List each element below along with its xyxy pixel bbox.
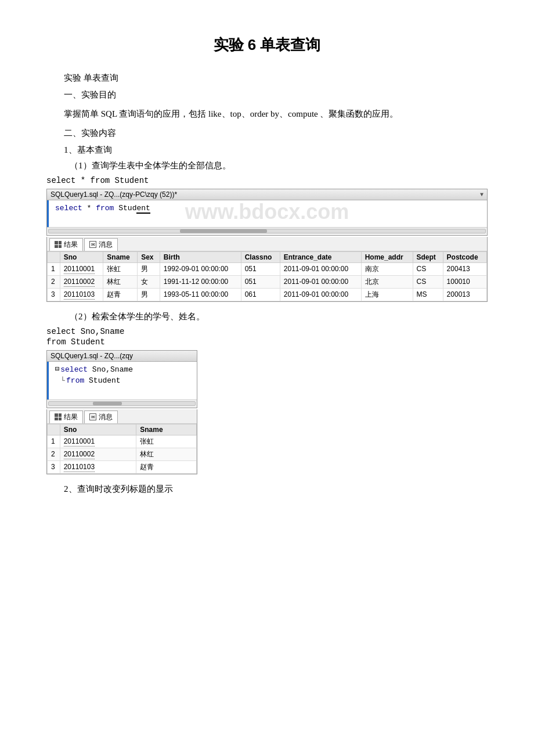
editor2-scrollbar[interactable] [47, 399, 197, 408]
table-row: 320110103赵青男1993-05-11 00:00:000612011-0… [48, 288, 487, 301]
editor1-content: select * from Student [49, 200, 487, 227]
data-table-2: Sno Sname 120110001张虹220110002林红32011010… [47, 424, 197, 474]
editor2-line2: ⊟ └ from Student [55, 375, 192, 387]
col-sname: Sname [103, 251, 138, 262]
blue-bar-2-icon [47, 362, 49, 399]
table-cell: 2 [48, 275, 60, 288]
table-cell: 2 [48, 448, 60, 460]
col-classno: Classno [241, 251, 280, 262]
table-cell: 1 [48, 262, 60, 275]
table-cell: 20110103 [60, 288, 103, 301]
editor2-line1: ⊟ select Sno,Sname [55, 364, 192, 376]
scrollbar-track[interactable] [48, 229, 486, 233]
table-cell: 男 [138, 262, 160, 275]
section3: 2、查询时改变列标题的显示 [64, 484, 488, 495]
sql-editor-2: SQLQuery1.sql - ZQ...(zqy ⊟ select Sno,S… [46, 350, 488, 474]
table-cell: 051 [241, 275, 280, 288]
table-cell: 2011-09-01 00:00:00 [280, 262, 361, 275]
editor1-title: SQLQuery1.sql - ZQ...(zqy-PC\zqy (52))* [50, 190, 177, 199]
grid-icon [55, 241, 62, 248]
tab-messages-label-1: 消息 [99, 240, 113, 250]
col-birth: Birth [160, 251, 241, 262]
tab-results-1[interactable]: 结果 [49, 238, 83, 251]
scrollbar-track-2[interactable] [48, 401, 196, 406]
table-cell: 051 [241, 262, 280, 275]
table2-header: Sno Sname [48, 424, 197, 435]
col-rownum [48, 251, 60, 262]
table-cell: 女 [138, 275, 160, 288]
tab-messages-2[interactable]: ✉ 消息 [84, 411, 118, 423]
table-row: 220110002林红女1991-11-12 00:00:000512011-0… [48, 275, 487, 288]
table-cell: 1993-05-11 00:00:00 [160, 288, 241, 301]
table-cell: 061 [241, 288, 280, 301]
editor1-titlebar: SQLQuery1.sql - ZQ...(zqy-PC\zqy (52))* … [47, 189, 487, 200]
tab-messages-label-2: 消息 [99, 412, 113, 422]
msg-icon-2: ✉ [89, 413, 96, 420]
table-cell: 林红 [136, 448, 197, 460]
table-cell: 张虹 [103, 262, 138, 275]
table-header-row: Sno Sname Sex Birth Classno Entrance_dat… [48, 251, 487, 262]
results-area-2: 结果 ✉ 消息 Sno Sname 120110001张虹220110002林红… [46, 409, 197, 474]
table-cell: 1992-09-01 00:00:00 [160, 262, 241, 275]
results-tabs-1: 结果 ✉ 消息 [47, 237, 487, 251]
editor2-title: SQLQuery1.sql - ZQ...(zqy [50, 352, 133, 360]
section1-body: 掌握简单 SQL 查询语句的应用，包括 like、top、order by、co… [46, 106, 488, 122]
data-table-1: Sno Sname Sex Birth Classno Entrance_dat… [47, 251, 487, 301]
results-tabs-2: 结果 ✉ 消息 [47, 409, 197, 424]
tab-results-2[interactable]: 结果 [49, 411, 83, 423]
col-postcode: Postcode [443, 251, 486, 262]
table-row: 320110103赵青 [48, 460, 197, 473]
subtitle: 实验 单表查询 [64, 73, 488, 84]
tab-messages-1[interactable]: ✉ 消息 [84, 238, 118, 251]
col-sdept: Sdept [413, 251, 443, 262]
table2-header-row: Sno Sname [48, 424, 197, 435]
page-title: 实验 6 单表查询 [46, 35, 488, 55]
results-area-1: 结果 ✉ 消息 Sno Sname Sex Birth Classno Entr… [46, 237, 488, 302]
table-cell: 1 [48, 435, 60, 448]
table-cell: 张虹 [136, 435, 197, 448]
table-cell: 20110001 [60, 262, 103, 275]
table1-header: Sno Sname Sex Birth Classno Entrance_dat… [48, 251, 487, 262]
section2-sub: 1、基本查询 [64, 145, 488, 156]
editor1-arrow-icon: ▼ [480, 192, 484, 198]
table-cell: 20110002 [60, 275, 103, 288]
sql-editor-2-box: SQLQuery1.sql - ZQ...(zqy ⊟ select Sno,S… [46, 350, 197, 408]
scrollbar-thumb-2 [93, 402, 122, 405]
sql-editor-1: SQLQuery1.sql - ZQ...(zqy-PC\zqy (52))* … [46, 189, 488, 302]
editor1-line1: select * from Student [55, 203, 482, 214]
scrollbar-thumb [180, 229, 267, 233]
table-cell: 男 [138, 288, 160, 301]
table-cell: 200013 [443, 288, 486, 301]
query2-code-line2: from Student [46, 337, 488, 347]
table-cell: 赵青 [103, 288, 138, 301]
editor2-titlebar: SQLQuery1.sql - ZQ...(zqy [47, 351, 197, 362]
editor1-scrollbar[interactable] [47, 227, 487, 235]
table-cell: 2011-09-01 00:00:00 [280, 275, 361, 288]
table2-body: 120110001张虹220110002林红320110103赵青 [48, 435, 197, 473]
col2-rownum [48, 424, 60, 435]
table-cell: 20110002 [60, 448, 136, 460]
table1-body: 120110001张虹男1992-09-01 00:00:000512011-0… [48, 262, 487, 301]
query1-code: select * from Student [46, 176, 488, 185]
col2-sname: Sname [136, 424, 197, 435]
col-sno: Sno [60, 251, 103, 262]
table-cell: MS [413, 288, 443, 301]
table-cell: 1991-11-12 00:00:00 [160, 275, 241, 288]
table-cell: 100010 [443, 275, 486, 288]
table-cell: 3 [48, 288, 60, 301]
table-cell: 2011-09-01 00:00:00 [280, 288, 361, 301]
query2-label: （2）检索全体学生的学号、姓名。 [70, 311, 488, 322]
table-cell: 20110103 [60, 460, 136, 473]
col2-sno: Sno [60, 424, 136, 435]
blue-bar-icon [47, 200, 49, 227]
tab-results-label-2: 结果 [64, 412, 78, 422]
table-row: 120110001张虹男1992-09-01 00:00:000512011-0… [48, 262, 487, 275]
col-home-addr: Home_addr [361, 251, 413, 262]
col-sex: Sex [138, 251, 160, 262]
table-cell: 南京 [361, 262, 413, 275]
table-cell: 3 [48, 460, 60, 473]
section2-header: 二、实验内容 [64, 128, 488, 139]
table-cell: 20110001 [60, 435, 136, 448]
msg-icon: ✉ [89, 241, 96, 248]
section1-header: 一、实验目的 [64, 89, 488, 100]
